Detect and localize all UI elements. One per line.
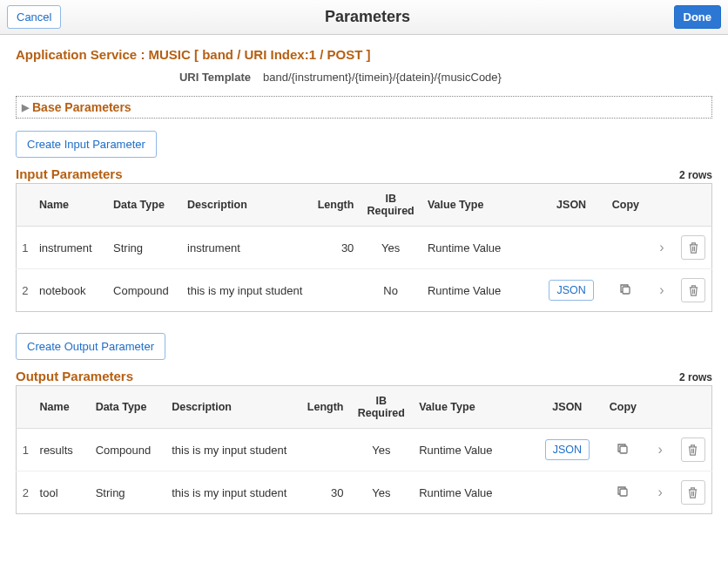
param-description: this is my input student	[172, 486, 286, 499]
param-name: notebook	[39, 284, 86, 297]
output-table-header-row: Name Data Type Description Length IB Req…	[17, 386, 712, 429]
param-data-type: Compound	[96, 444, 152, 457]
param-length: 30	[331, 486, 343, 499]
col-description: Description	[182, 184, 308, 227]
input-row-count: 2 rows	[679, 169, 712, 181]
col-ib-required: IB Required	[348, 386, 414, 429]
svg-rect-0	[623, 287, 630, 294]
param-name: tool	[40, 486, 58, 499]
base-parameters-toggle[interactable]: ▶ Base Parameters	[16, 96, 712, 119]
col-json: JSON	[540, 184, 603, 227]
table-row: 1resultsCompoundthis is my input student…	[17, 429, 712, 471]
uri-template-value: band/{instrument}/{timein}/{datein}/{mus…	[263, 71, 502, 84]
table-row: 1instrumentStringinstrument30YesRuntime …	[17, 227, 712, 269]
param-value-type: Runtime Value	[419, 444, 492, 457]
json-button[interactable]: JSON	[549, 280, 593, 301]
delete-button[interactable]	[681, 480, 705, 505]
delete-button[interactable]	[681, 438, 705, 462]
param-ib-required: No	[383, 284, 398, 297]
param-value-type: Runtime Value	[428, 284, 501, 297]
col-json: JSON	[535, 386, 600, 429]
col-name: Name	[35, 386, 91, 429]
col-copy: Copy	[603, 184, 648, 227]
chevron-right-icon[interactable]: ›	[657, 485, 662, 499]
input-parameters-table: Name Data Type Description Length IB Req…	[16, 183, 712, 312]
param-data-type: Compound	[113, 284, 169, 297]
col-copy: Copy	[600, 386, 646, 429]
output-parameters-title: Output Parameters	[16, 369, 133, 383]
param-ib-required: Yes	[381, 241, 400, 254]
output-parameters-table: Name Data Type Description Length IB Req…	[16, 385, 712, 514]
uri-template-label: URI Template	[16, 71, 251, 84]
col-expand	[646, 386, 674, 429]
chevron-right-icon[interactable]: ›	[659, 240, 664, 254]
expand-icon: ▶	[22, 102, 29, 113]
col-expand	[648, 184, 675, 227]
application-service-label: Application Service : MUSIC [ band / URI…	[16, 47, 712, 62]
param-ib-required: Yes	[372, 486, 390, 499]
row-index: 1	[23, 444, 29, 457]
col-index	[17, 386, 35, 429]
col-delete	[674, 386, 711, 429]
page-header: Cancel Parameters Done	[0, 0, 728, 35]
json-button[interactable]: JSON	[545, 439, 590, 460]
svg-rect-1	[620, 446, 627, 453]
base-parameters-label: Base Parameters	[32, 100, 131, 114]
delete-button[interactable]	[681, 278, 705, 302]
param-name: results	[40, 444, 73, 457]
copy-icon[interactable]	[619, 284, 631, 298]
param-ib-required: Yes	[372, 444, 390, 457]
create-input-parameter-button[interactable]: Create Input Parameter	[16, 131, 157, 158]
chevron-right-icon[interactable]: ›	[657, 442, 662, 457]
page-title: Parameters	[61, 8, 673, 26]
row-index: 1	[22, 241, 28, 254]
table-row: 2notebookCompoundthis is my input studen…	[17, 269, 712, 312]
col-delete	[675, 184, 711, 227]
col-data-type: Data Type	[108, 184, 182, 227]
col-description: Description	[166, 386, 296, 429]
param-length: 30	[341, 241, 354, 254]
param-description: this is my input student	[187, 284, 302, 297]
col-data-type: Data Type	[91, 386, 167, 429]
page-content: Application Service : MUSIC [ band / URI…	[0, 35, 728, 530]
param-value-type: Runtime Value	[419, 486, 492, 499]
param-data-type: String	[96, 486, 125, 499]
input-parameters-title: Input Parameters	[16, 166, 123, 181]
row-index: 2	[22, 284, 28, 297]
col-value-type: Value Type	[422, 184, 540, 227]
row-index: 2	[23, 486, 29, 499]
col-index	[17, 184, 34, 227]
svg-rect-2	[620, 489, 627, 496]
input-parameters-header: Input Parameters 2 rows	[16, 166, 712, 181]
copy-icon[interactable]	[617, 444, 629, 458]
cancel-button[interactable]: Cancel	[7, 5, 61, 29]
create-output-parameter-button[interactable]: Create Output Parameter	[16, 333, 165, 360]
param-description: this is my input student	[172, 444, 286, 457]
table-row: 2toolStringthis is my input student30Yes…	[17, 471, 712, 514]
input-table-header-row: Name Data Type Description Length IB Req…	[17, 184, 712, 227]
uri-template-row: URI Template band/{instrument}/{timein}/…	[16, 71, 712, 84]
param-description: instrument	[187, 241, 240, 254]
param-value-type: Runtime Value	[428, 241, 501, 254]
output-parameters-header: Output Parameters 2 rows	[16, 369, 712, 383]
copy-icon[interactable]	[617, 486, 629, 500]
col-length: Length	[308, 184, 359, 227]
delete-button[interactable]	[681, 235, 705, 260]
param-data-type: String	[113, 241, 143, 254]
col-length: Length	[297, 386, 349, 429]
output-row-count: 2 rows	[679, 371, 712, 383]
chevron-right-icon[interactable]: ›	[659, 282, 664, 297]
param-name: instrument	[39, 241, 92, 254]
col-name: Name	[34, 184, 108, 227]
col-ib-required: IB Required	[359, 184, 422, 227]
done-button[interactable]: Done	[674, 5, 722, 29]
col-value-type: Value Type	[414, 386, 535, 429]
